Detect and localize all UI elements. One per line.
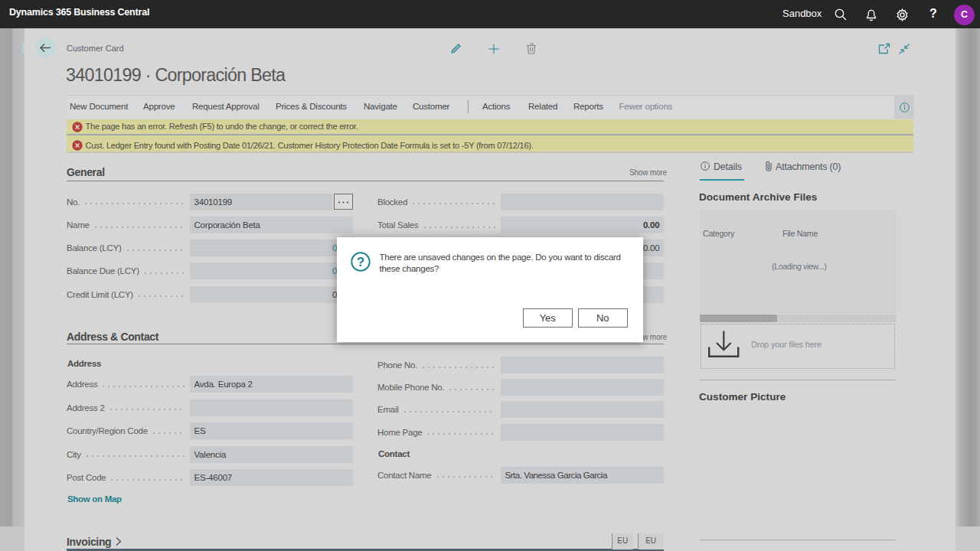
svg-text:?: ? (357, 255, 364, 269)
